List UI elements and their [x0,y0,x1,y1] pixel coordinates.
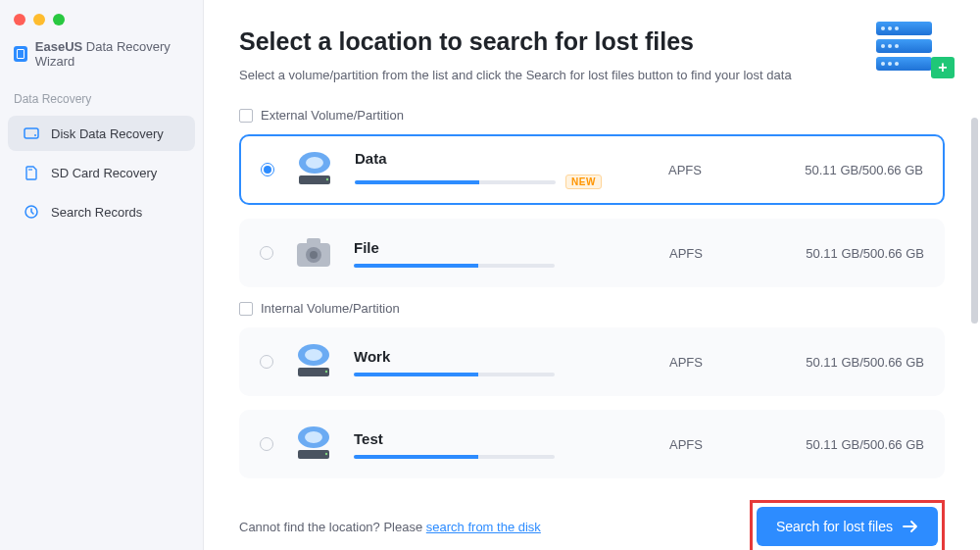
maximize-window-button[interactable] [53,14,65,25]
sidebar-item-label: Disk Data Recovery [51,126,164,141]
sidebar-item-disk-data-recovery[interactable]: Disk Data Recovery [8,116,195,151]
radio-button[interactable] [260,246,273,260]
new-badge: NEW [565,175,602,189]
volume-name: Work [354,348,390,365]
svg-point-8 [326,178,328,180]
svg-rect-0 [24,128,38,138]
volume-card-file[interactable]: File APFS 50.11 GB/500.66 GB [239,219,945,287]
clock-icon [24,204,39,220]
svg-rect-7 [299,175,330,184]
sidebar-section-label: Data Recovery [0,86,203,114]
window-controls [0,0,203,35]
footer: Cannot find the location? Please search … [239,500,945,550]
app-brand: EaseUS [35,39,82,54]
section-internal-title: Internal Volume/Partition [239,301,945,316]
search-from-disk-link[interactable]: search from the disk [426,520,541,534]
volume-fs: APFS [669,437,748,452]
page-subtitle: Select a volume/partition from the list … [239,68,945,82]
footer-text: Cannot find the location? Please search … [239,520,541,534]
search-button-highlight: Search for lost files [750,500,945,550]
section-external-title: External Volume/Partition [239,108,945,123]
svg-point-18 [305,431,322,443]
radio-button[interactable] [260,437,273,451]
disk-icon [24,125,39,141]
app-icon [14,46,27,62]
volume-size: 50.11 GB/500.66 GB [767,246,924,261]
main-header: Select a location to search for lost fil… [239,27,945,82]
volume-size: 50.11 GB/500.66 GB [767,437,924,452]
svg-point-14 [305,349,322,361]
usage-bar [354,455,555,459]
svg-point-16 [325,371,327,373]
volume-name: Test [354,430,383,447]
usage-bar [354,264,555,268]
search-for-lost-files-button[interactable]: Search for lost files [757,507,938,546]
svg-point-6 [306,157,323,169]
volume-size: 50.11 GB/500.66 GB [766,163,923,177]
volume-fs: APFS [669,246,748,261]
sidebar-item-search-records[interactable]: Search Records [8,194,195,229]
volume-name: Data [355,150,387,167]
hdd-icon [293,425,334,464]
page-title: Select a location to search for lost fil… [239,27,945,56]
svg-rect-19 [298,450,329,459]
close-window-button[interactable] [14,14,25,25]
camera-icon [293,233,334,273]
svg-rect-15 [298,368,329,376]
sidebar-item-sd-card-recovery[interactable]: SD Card Recovery [8,155,195,190]
svg-rect-10 [307,238,320,245]
svg-point-1 [34,134,36,136]
plus-icon: + [931,57,955,78]
app-title: EaseUS Data Recovery Wizard [0,35,203,86]
volume-size: 50.11 GB/500.66 GB [767,355,924,370]
svg-point-20 [325,453,327,455]
usage-bar [355,180,556,184]
sdcard-icon [24,165,39,180]
volume-card-data[interactable]: Data NEW APFS 50.11 GB/500.66 GB [239,134,945,205]
disk-glyph-icon [239,302,253,316]
radio-button[interactable] [260,355,273,369]
sidebar-item-label: SD Card Recovery [51,166,157,180]
disk-glyph-icon [239,109,253,123]
svg-point-12 [310,251,318,259]
sidebar: EaseUS Data Recovery Wizard Data Recover… [0,0,204,550]
scrollbar[interactable] [971,118,978,324]
volume-fs: APFS [668,163,747,177]
minimize-window-button[interactable] [33,14,45,25]
volume-fs: APFS [669,355,748,370]
main-content: Select a location to search for lost fil… [204,0,980,550]
server-illustration: + [876,22,945,80]
volume-card-work[interactable]: Work APFS 50.11 GB/500.66 GB [239,327,945,396]
sidebar-item-label: Search Records [51,205,142,220]
usage-bar [354,373,555,376]
volume-name: File [354,239,379,256]
volume-card-test[interactable]: Test APFS 50.11 GB/500.66 GB [239,410,945,478]
hdd-icon [294,150,335,189]
radio-button[interactable] [261,163,274,176]
hdd-icon [293,342,334,381]
arrow-right-icon [903,520,918,533]
